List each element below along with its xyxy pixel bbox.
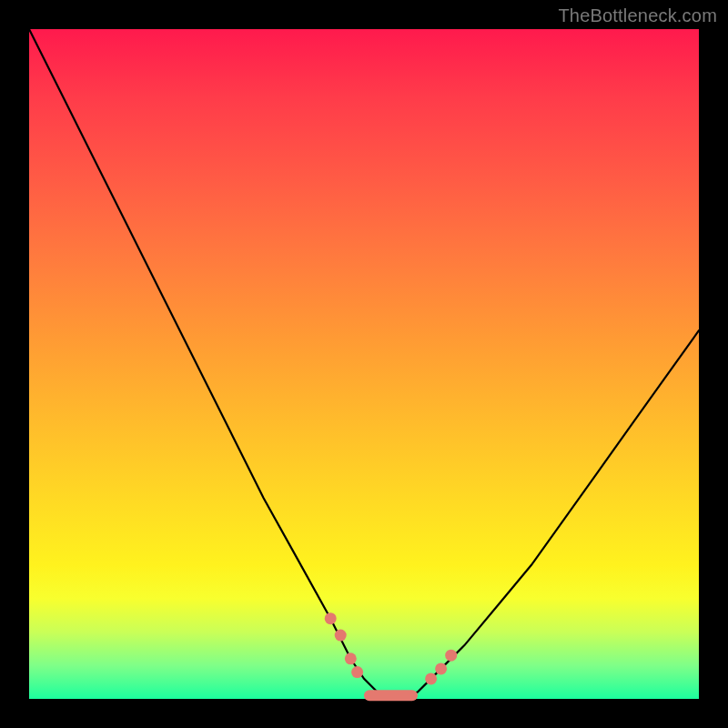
curve-marker [345,652,357,664]
chart-frame: TheBottleneck.com [0,0,728,728]
curve-marker [425,672,437,684]
curve-svg [29,29,699,699]
curve-flat-segment [364,690,418,701]
curve-marker [435,662,447,674]
plot-area [29,29,699,699]
curve-markers [325,612,458,701]
bottleneck-curve [29,29,699,695]
curve-marker [325,612,337,624]
curve-marker [351,666,363,678]
watermark-text: TheBottleneck.com [558,5,717,26]
curve-marker [335,630,347,642]
curve-marker [445,650,457,662]
